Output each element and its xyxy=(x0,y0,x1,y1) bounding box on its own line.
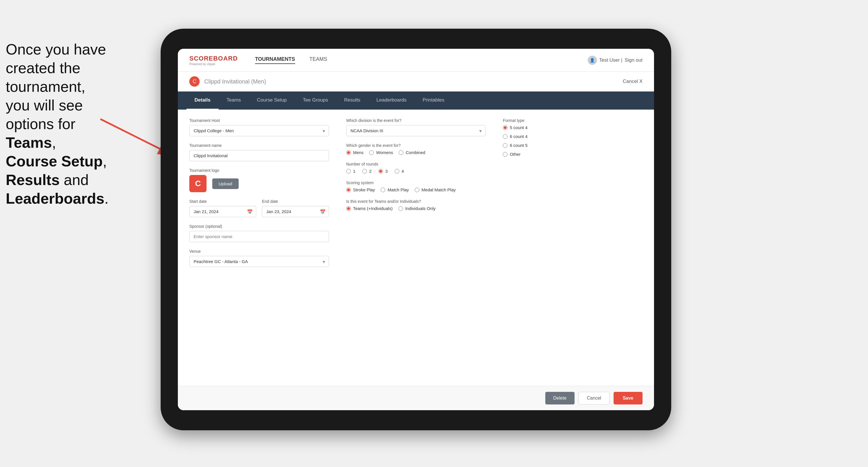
tablet-frame: SCOREBOARD Powered by clippd TOURNAMENTS… xyxy=(161,29,671,430)
rounds-3-option[interactable]: 3 xyxy=(378,169,388,174)
logo-sub: Powered by clippd xyxy=(189,62,238,66)
tournament-logo-group: Tournament logo C Upload xyxy=(189,168,329,192)
scoring-stroke-label: Stroke Play xyxy=(353,187,375,192)
tournament-host-select[interactable]: Clippd College - Men xyxy=(189,125,329,136)
teams-plus-label: Teams (+Individuals) xyxy=(353,206,393,211)
format-6count4-radio[interactable] xyxy=(503,134,507,139)
scoring-medal-radio[interactable] xyxy=(415,188,420,192)
tournament-host-group: Tournament Host Clippd College - Men xyxy=(189,118,329,136)
end-date-label: End date xyxy=(262,199,329,204)
nav-tournaments[interactable]: TOURNAMENTS xyxy=(255,56,295,64)
scoring-radio-group: Stroke Play Match Play Medal Match Play xyxy=(346,187,486,192)
gender-womens-label: Womens xyxy=(376,150,393,155)
back-button[interactable]: C xyxy=(189,76,199,87)
teams-plus-radio[interactable] xyxy=(346,206,351,211)
cancel-x-button[interactable]: Cancel X xyxy=(623,79,643,84)
end-date-wrapper: 📅 xyxy=(262,206,329,217)
sponsor-label: Sponsor (optional) xyxy=(189,224,329,229)
rounds-4-radio[interactable] xyxy=(395,169,399,174)
upload-button[interactable]: Upload xyxy=(212,179,239,189)
gender-womens-option[interactable]: Womens xyxy=(369,150,393,155)
tournament-title: Clippd Invitational (Men) xyxy=(204,78,266,85)
tab-tee-groups[interactable]: Tee Groups xyxy=(295,92,336,110)
format-6count5-radio[interactable] xyxy=(503,143,507,148)
tab-printables[interactable]: Printables xyxy=(414,92,452,110)
main-content: Tournament Host Clippd College - Men Tou… xyxy=(178,110,654,386)
rounds-1-option[interactable]: 1 xyxy=(346,169,355,174)
rounds-3-radio[interactable] xyxy=(378,169,383,174)
start-date-label: Start date xyxy=(189,199,256,204)
format-5count4-radio[interactable] xyxy=(503,125,507,130)
instruction-text: Once you have created the tournament, yo… xyxy=(0,40,123,208)
format-group: Format type 5 count 4 6 count 4 xyxy=(503,118,643,157)
tab-leaderboards[interactable]: Leaderboards xyxy=(368,92,414,110)
rounds-1-radio[interactable] xyxy=(346,169,351,174)
scoring-label: Scoring system xyxy=(346,181,486,185)
format-6count4-option[interactable]: 6 count 4 xyxy=(503,134,643,139)
sponsor-group: Sponsor (optional) xyxy=(189,224,329,242)
left-column: Tournament Host Clippd College - Men Tou… xyxy=(189,118,329,274)
signout-link[interactable]: Sign out xyxy=(625,57,643,63)
gender-womens-radio[interactable] xyxy=(369,150,374,155)
start-date-group: Start date 📅 xyxy=(189,199,256,217)
gender-label: Which gender is the event for? xyxy=(346,143,486,148)
venue-select-wrapper: Peachtree GC - Atlanta - GA xyxy=(189,256,329,267)
individuals-only-option[interactable]: Individuals Only xyxy=(398,206,436,211)
rounds-radio-group: 1 2 3 4 xyxy=(346,169,486,174)
tab-teams[interactable]: Teams xyxy=(219,92,249,110)
gender-combined-label: Combined xyxy=(406,150,425,155)
division-label: Which division is the event for? xyxy=(346,118,486,123)
individuals-only-radio[interactable] xyxy=(398,206,403,211)
scoring-stroke-radio[interactable] xyxy=(346,188,351,192)
rounds-2-radio[interactable] xyxy=(362,169,367,174)
tournament-host-label: Tournament Host xyxy=(189,118,329,123)
rounds-4-option[interactable]: 4 xyxy=(395,169,404,174)
format-other-label: Other xyxy=(510,152,521,157)
gender-combined-option[interactable]: Combined xyxy=(399,150,425,155)
teams-group: Is this event for Teams and/or Individua… xyxy=(346,199,486,211)
tournament-name-input[interactable] xyxy=(189,150,329,161)
start-date-wrapper: 📅 xyxy=(189,206,256,217)
cancel-button[interactable]: Cancel xyxy=(579,392,610,404)
scoring-match-label: Match Play xyxy=(388,187,409,192)
tournament-name-group: Tournament name xyxy=(189,143,329,161)
format-6count5-option[interactable]: 6 count 5 xyxy=(503,143,643,148)
bottom-bar: Delete Cancel Save xyxy=(178,386,654,410)
scoring-stroke-option[interactable]: Stroke Play xyxy=(346,187,375,192)
gender-combined-radio[interactable] xyxy=(399,150,403,155)
tab-results[interactable]: Results xyxy=(336,92,369,110)
scoring-match-radio[interactable] xyxy=(381,188,385,192)
format-other-radio[interactable] xyxy=(503,152,507,157)
teams-plus-individuals-option[interactable]: Teams (+Individuals) xyxy=(346,206,393,211)
sponsor-input[interactable] xyxy=(189,231,329,242)
gender-mens-option[interactable]: Mens xyxy=(346,150,364,155)
save-button[interactable]: Save xyxy=(614,392,643,404)
logo-text: SCOREBOARD xyxy=(189,55,238,62)
division-select[interactable]: NCAA Division III xyxy=(346,125,486,136)
right-column: Format type 5 count 4 6 count 4 xyxy=(503,118,643,274)
format-other-option[interactable]: Other xyxy=(503,152,521,157)
format-6count5-label: 6 count 5 xyxy=(510,143,528,148)
end-date-group: End date 📅 xyxy=(262,199,329,217)
start-date-input[interactable] xyxy=(189,206,256,217)
nav-teams[interactable]: TEAMS xyxy=(310,56,327,64)
format-radio-section: 5 count 4 6 count 4 6 count 5 xyxy=(503,125,643,157)
gender-mens-radio[interactable] xyxy=(346,150,351,155)
teams-label: Is this event for Teams and/or Individua… xyxy=(346,199,486,204)
gender-group: Which gender is the event for? Mens Wome… xyxy=(346,143,486,155)
date-group: Start date 📅 End date 📅 xyxy=(189,199,329,217)
delete-button[interactable]: Delete xyxy=(545,392,575,404)
tablet-screen: SCOREBOARD Powered by clippd TOURNAMENTS… xyxy=(178,49,654,410)
rounds-4-label: 4 xyxy=(402,169,404,174)
scoring-match-option[interactable]: Match Play xyxy=(381,187,409,192)
end-date-input[interactable] xyxy=(262,206,329,217)
logo-upload-area: C Upload xyxy=(189,175,329,192)
tab-details[interactable]: Details xyxy=(186,92,219,110)
rounds-2-option[interactable]: 2 xyxy=(362,169,371,174)
individuals-only-label: Individuals Only xyxy=(405,206,436,211)
scoring-medal-option[interactable]: Medal Match Play xyxy=(415,187,456,192)
back-icon: C xyxy=(193,79,196,85)
tab-course-setup[interactable]: Course Setup xyxy=(249,92,295,110)
format-5count4-option[interactable]: 5 count 4 xyxy=(503,125,643,130)
venue-select[interactable]: Peachtree GC - Atlanta - GA xyxy=(189,256,329,267)
